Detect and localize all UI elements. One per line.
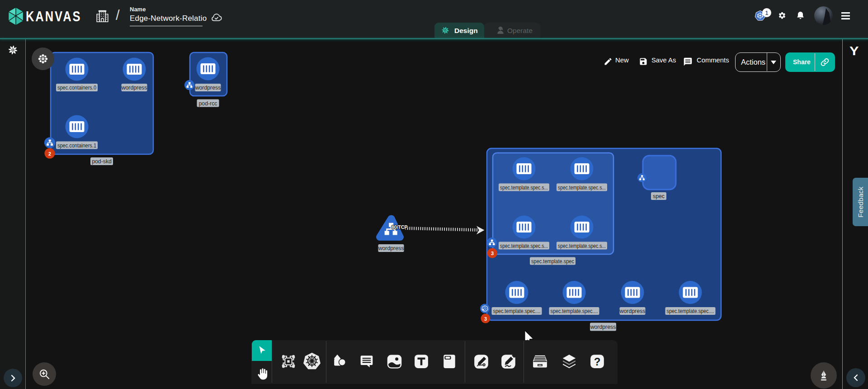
svg-text:spec.containers.1: spec.containers.1 [57,142,96,149]
svg-text:wordpress: wordpress [590,324,616,330]
svg-text:spec.template.spec.s...: spec.template.spec.s... [558,243,606,249]
svg-text:2: 2 [48,151,51,157]
svg-text:3: 3 [491,251,494,256]
svg-text:80/TCP: 80/TCP [392,224,408,230]
svg-text:spec.template.spec....: spec.template.spec.... [551,308,598,314]
svg-text:spec.template.spec....: spec.template.spec.... [667,308,714,314]
svg-text:wordpress: wordpress [195,85,221,91]
svg-text:wordpress: wordpress [619,308,646,314]
svg-text:?: ? [594,356,601,368]
svg-text:1: 1 [765,9,769,16]
svg-text:wordpress: wordpress [121,85,147,91]
svg-text:spec.template.spec....: spec.template.spec.... [493,308,541,314]
svg-text:pod-skd: pod-skd [92,158,112,165]
svg-text:3: 3 [484,316,487,322]
svg-text:spec.template.spec.s...: spec.template.spec.s... [500,185,548,191]
svg-text:spec.containers.0: spec.containers.0 [57,85,96,91]
svg-text:wordpress: wordpress [378,245,404,251]
svg-text:pod-rcc: pod-rcc [198,100,217,107]
svg-text:spec.template.spec: spec.template.spec [531,258,574,265]
svg-text:spec: spec [653,193,665,199]
svg-text:spec.template.spec.s...: spec.template.spec.s... [500,243,548,249]
svg-text:spec.template.spec.s...: spec.template.spec.s... [558,185,606,191]
